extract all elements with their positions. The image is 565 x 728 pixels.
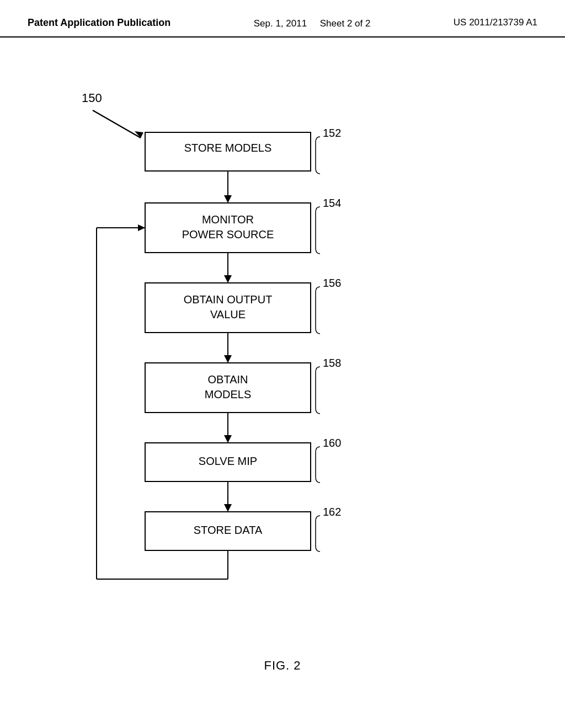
svg-text:POWER SOURCE: POWER SOURCE — [182, 228, 274, 240]
svg-text:MONITOR: MONITOR — [202, 213, 254, 226]
svg-text:SOLVE MIP: SOLVE MIP — [199, 455, 257, 467]
sheet-info: Sheet 2 of 2 — [320, 18, 371, 29]
svg-text:158: 158 — [323, 357, 341, 369]
svg-marker-12 — [224, 275, 232, 283]
ref-150-label: 150 — [82, 91, 102, 105]
svg-text:OBTAIN OUTPUT: OBTAIN OUTPUT — [184, 293, 273, 306]
svg-text:160: 160 — [323, 437, 341, 449]
publication-date: Sep. 1, 2011 — [254, 18, 307, 29]
svg-text:154: 154 — [323, 197, 341, 209]
svg-text:STORE DATA: STORE DATA — [194, 524, 263, 536]
svg-rect-13 — [145, 283, 311, 333]
svg-marker-6 — [224, 195, 232, 203]
header-center-info: Sep. 1, 2011 Sheet 2 of 2 — [254, 17, 371, 31]
svg-rect-19 — [145, 363, 311, 413]
svg-marker-37 — [138, 224, 145, 231]
svg-text:156: 156 — [323, 277, 341, 289]
svg-text:162: 162 — [323, 506, 341, 518]
svg-text:STORE MODELS: STORE MODELS — [184, 142, 272, 154]
diagram-area: 150 STORE MODELS 152 MONITOR POWER SOURC… — [0, 61, 565, 695]
svg-text:152: 152 — [323, 127, 341, 139]
svg-text:VALUE: VALUE — [210, 308, 246, 320]
figure-caption: FIG. 2 — [264, 659, 301, 673]
publication-title: Patent Application Publication — [28, 17, 170, 29]
svg-text:MODELS: MODELS — [205, 388, 251, 400]
svg-rect-7 — [145, 203, 311, 253]
svg-marker-29 — [224, 504, 232, 512]
flowchart-svg: 150 STORE MODELS 152 MONITOR POWER SOURC… — [0, 61, 565, 695]
svg-text:OBTAIN: OBTAIN — [208, 373, 248, 386]
svg-marker-18 — [224, 355, 232, 363]
svg-marker-24 — [224, 435, 232, 443]
patent-number: US 2011/213739 A1 — [454, 17, 537, 29]
svg-line-0 — [93, 110, 141, 138]
page-header: Patent Application Publication Sep. 1, 2… — [0, 0, 565, 38]
